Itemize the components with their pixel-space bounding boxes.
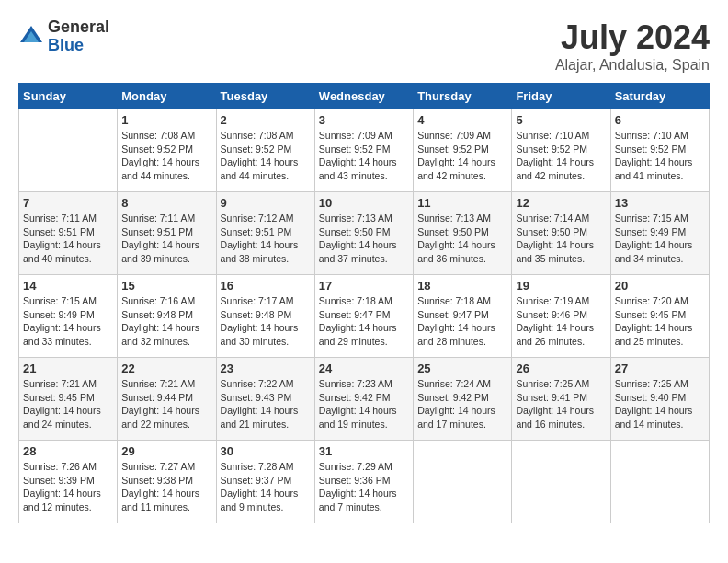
- day-number: 3: [319, 113, 409, 127]
- day-number: 25: [417, 362, 507, 375]
- header-sunday: Sunday: [19, 84, 118, 109]
- day-number: 24: [319, 362, 409, 375]
- header-row: SundayMondayTuesdayWednesdayThursdayFrid…: [19, 84, 710, 109]
- day-number: 10: [319, 196, 409, 210]
- calendar-cell: [19, 109, 118, 192]
- calendar-cell: 20Sunrise: 7:20 AM Sunset: 9:45 PM Dayli…: [610, 275, 709, 358]
- day-info: Sunrise: 7:29 AM Sunset: 9:36 PM Dayligh…: [319, 460, 409, 514]
- day-info: Sunrise: 7:11 AM Sunset: 9:51 PM Dayligh…: [23, 212, 113, 266]
- calendar-cell: 25Sunrise: 7:24 AM Sunset: 9:42 PM Dayli…: [414, 358, 512, 441]
- calendar-cell: 14Sunrise: 7:15 AM Sunset: 9:49 PM Dayli…: [19, 275, 118, 358]
- calendar-cell: 7Sunrise: 7:11 AM Sunset: 9:51 PM Daylig…: [19, 192, 118, 275]
- month-year-title: July 2024: [555, 18, 710, 57]
- calendar-cell: 16Sunrise: 7:17 AM Sunset: 9:48 PM Dayli…: [216, 275, 314, 358]
- day-info: Sunrise: 7:23 AM Sunset: 9:42 PM Dayligh…: [319, 377, 409, 431]
- day-number: 20: [615, 279, 705, 293]
- page-header: General Blue July 2024 Alajar, Andalusia…: [18, 18, 710, 74]
- week-row-4: 28Sunrise: 7:26 AM Sunset: 9:39 PM Dayli…: [19, 441, 710, 523]
- day-number: 8: [121, 196, 211, 210]
- calendar-cell: 22Sunrise: 7:21 AM Sunset: 9:44 PM Dayli…: [118, 358, 216, 441]
- day-number: 26: [516, 362, 606, 375]
- day-number: 5: [516, 113, 606, 127]
- day-number: 19: [516, 279, 606, 293]
- calendar-cell: [512, 441, 610, 523]
- day-info: Sunrise: 7:18 AM Sunset: 9:47 PM Dayligh…: [319, 294, 409, 349]
- calendar-cell: 23Sunrise: 7:22 AM Sunset: 9:43 PM Dayli…: [216, 358, 314, 441]
- day-number: 15: [121, 279, 211, 293]
- calendar-cell: 19Sunrise: 7:19 AM Sunset: 9:46 PM Dayli…: [512, 275, 610, 358]
- calendar-cell: 1Sunrise: 7:08 AM Sunset: 9:52 PM Daylig…: [118, 109, 216, 192]
- day-info: Sunrise: 7:13 AM Sunset: 9:50 PM Dayligh…: [319, 212, 409, 266]
- calendar-cell: 24Sunrise: 7:23 AM Sunset: 9:42 PM Dayli…: [314, 358, 413, 441]
- day-info: Sunrise: 7:22 AM Sunset: 9:43 PM Dayligh…: [221, 377, 311, 431]
- calendar-cell: 11Sunrise: 7:13 AM Sunset: 9:50 PM Dayli…: [414, 192, 512, 275]
- day-number: 21: [23, 362, 113, 375]
- day-number: 2: [221, 113, 311, 127]
- day-number: 29: [121, 444, 211, 458]
- day-info: Sunrise: 7:26 AM Sunset: 9:39 PM Dayligh…: [23, 460, 113, 514]
- header-wednesday: Wednesday: [314, 84, 413, 109]
- calendar-cell: 21Sunrise: 7:21 AM Sunset: 9:45 PM Dayli…: [19, 358, 118, 441]
- calendar-cell: 27Sunrise: 7:25 AM Sunset: 9:40 PM Dayli…: [610, 358, 709, 441]
- location-title: Alajar, Andalusia, Spain: [555, 57, 710, 74]
- day-info: Sunrise: 7:24 AM Sunset: 9:42 PM Dayligh…: [417, 377, 507, 431]
- header-tuesday: Tuesday: [216, 84, 314, 109]
- header-monday: Monday: [118, 84, 216, 109]
- calendar-cell: 18Sunrise: 7:18 AM Sunset: 9:47 PM Dayli…: [414, 275, 512, 358]
- calendar-cell: 4Sunrise: 7:09 AM Sunset: 9:52 PM Daylig…: [414, 109, 512, 192]
- calendar-cell: [610, 441, 709, 523]
- week-row-3: 21Sunrise: 7:21 AM Sunset: 9:45 PM Dayli…: [19, 358, 710, 441]
- day-info: Sunrise: 7:13 AM Sunset: 9:50 PM Dayligh…: [417, 212, 507, 266]
- logo: General Blue: [18, 18, 109, 55]
- day-info: Sunrise: 7:16 AM Sunset: 9:48 PM Dayligh…: [121, 294, 211, 349]
- header-friday: Friday: [512, 84, 610, 109]
- day-info: Sunrise: 7:27 AM Sunset: 9:38 PM Dayligh…: [121, 460, 211, 514]
- day-number: 17: [319, 279, 409, 293]
- calendar-body: 1Sunrise: 7:08 AM Sunset: 9:52 PM Daylig…: [19, 109, 710, 523]
- day-info: Sunrise: 7:18 AM Sunset: 9:47 PM Dayligh…: [417, 294, 507, 349]
- calendar-cell: 9Sunrise: 7:12 AM Sunset: 9:51 PM Daylig…: [216, 192, 314, 275]
- day-info: Sunrise: 7:28 AM Sunset: 9:37 PM Dayligh…: [221, 460, 311, 514]
- calendar-cell: 15Sunrise: 7:16 AM Sunset: 9:48 PM Dayli…: [118, 275, 216, 358]
- calendar-cell: 12Sunrise: 7:14 AM Sunset: 9:50 PM Dayli…: [512, 192, 610, 275]
- day-number: 30: [221, 444, 311, 458]
- day-number: 12: [516, 196, 606, 210]
- day-info: Sunrise: 7:11 AM Sunset: 9:51 PM Dayligh…: [121, 212, 211, 266]
- day-info: Sunrise: 7:08 AM Sunset: 9:52 PM Dayligh…: [221, 129, 311, 183]
- calendar-table: SundayMondayTuesdayWednesdayThursdayFrid…: [18, 83, 710, 523]
- day-number: 22: [121, 362, 211, 375]
- day-number: 6: [615, 113, 705, 127]
- calendar-cell: 8Sunrise: 7:11 AM Sunset: 9:51 PM Daylig…: [118, 192, 216, 275]
- header-thursday: Thursday: [414, 84, 512, 109]
- day-info: Sunrise: 7:17 AM Sunset: 9:48 PM Dayligh…: [221, 294, 311, 349]
- calendar-cell: 6Sunrise: 7:10 AM Sunset: 9:52 PM Daylig…: [610, 109, 709, 192]
- calendar-cell: 17Sunrise: 7:18 AM Sunset: 9:47 PM Dayli…: [314, 275, 413, 358]
- day-number: 23: [221, 362, 311, 375]
- logo-general: General: [48, 18, 109, 37]
- day-number: 7: [23, 196, 113, 210]
- header-saturday: Saturday: [610, 84, 709, 109]
- calendar-header: SundayMondayTuesdayWednesdayThursdayFrid…: [19, 84, 710, 109]
- day-number: 13: [615, 196, 705, 210]
- week-row-1: 7Sunrise: 7:11 AM Sunset: 9:51 PM Daylig…: [19, 192, 710, 275]
- day-info: Sunrise: 7:09 AM Sunset: 9:52 PM Dayligh…: [417, 129, 507, 183]
- calendar-cell: 3Sunrise: 7:09 AM Sunset: 9:52 PM Daylig…: [314, 109, 413, 192]
- calendar-cell: 13Sunrise: 7:15 AM Sunset: 9:49 PM Dayli…: [610, 192, 709, 275]
- calendar-cell: 30Sunrise: 7:28 AM Sunset: 9:37 PM Dayli…: [216, 441, 314, 523]
- day-number: 11: [417, 196, 507, 210]
- calendar-cell: 2Sunrise: 7:08 AM Sunset: 9:52 PM Daylig…: [216, 109, 314, 192]
- logo-icon: [18, 24, 44, 50]
- day-info: Sunrise: 7:21 AM Sunset: 9:44 PM Dayligh…: [121, 377, 211, 431]
- day-info: Sunrise: 7:09 AM Sunset: 9:52 PM Dayligh…: [319, 129, 409, 183]
- day-number: 28: [23, 444, 113, 458]
- calendar-cell: [414, 441, 512, 523]
- day-number: 4: [417, 113, 507, 127]
- logo-text: General Blue: [48, 18, 109, 55]
- day-number: 16: [221, 279, 311, 293]
- title-section: July 2024 Alajar, Andalusia, Spain: [555, 18, 710, 74]
- day-info: Sunrise: 7:14 AM Sunset: 9:50 PM Dayligh…: [516, 212, 606, 266]
- calendar-cell: 28Sunrise: 7:26 AM Sunset: 9:39 PM Dayli…: [19, 441, 118, 523]
- day-info: Sunrise: 7:20 AM Sunset: 9:45 PM Dayligh…: [615, 294, 705, 349]
- day-info: Sunrise: 7:19 AM Sunset: 9:46 PM Dayligh…: [516, 294, 606, 349]
- calendar-cell: 31Sunrise: 7:29 AM Sunset: 9:36 PM Dayli…: [314, 441, 413, 523]
